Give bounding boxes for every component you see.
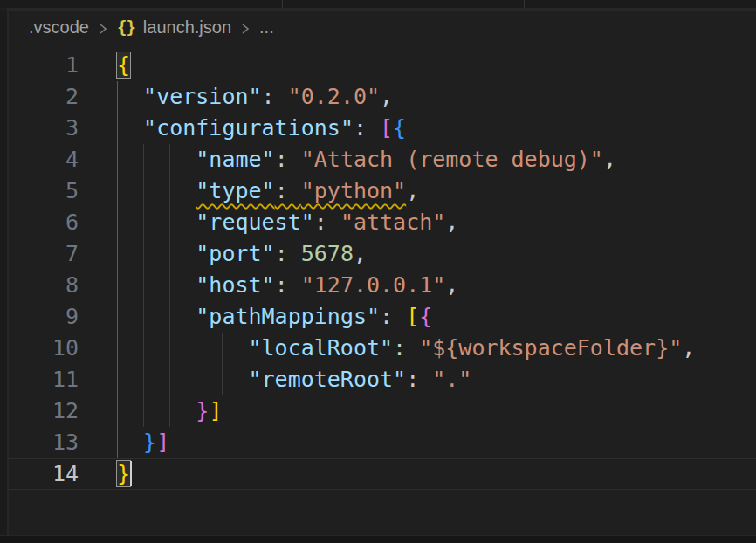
indent-guide (117, 270, 118, 301)
code-line-text[interactable]: }] (117, 395, 222, 427)
token-key: "name" (196, 147, 274, 172)
bracket-match: } (117, 461, 130, 486)
token-num: 5678 (301, 241, 354, 266)
token-b2: } (196, 398, 209, 423)
token-key: "type" (196, 178, 274, 203)
line-number[interactable]: 10 (9, 333, 79, 364)
code-line[interactable]: 7 "port": 5678, (9, 238, 756, 270)
code-line-text[interactable]: "type": "python", (117, 175, 419, 207)
token-pun: , (445, 272, 458, 298)
code-area[interactable]: 1{2 "version": "0.2.0",3 "configurations… (9, 50, 756, 490)
line-number[interactable]: 6 (9, 207, 79, 238)
code-line[interactable]: 12 }] (9, 395, 756, 427)
code-line[interactable]: 6 "request": "attach", (9, 207, 756, 238)
indent-spaces (117, 398, 196, 423)
code-line[interactable]: 10 "localRoot": "${workspaceFolder}", (9, 333, 756, 364)
code-line[interactable]: 2 "version": "0.2.0", (9, 81, 756, 113)
indent-guide (169, 238, 170, 270)
line-number[interactable]: 11 (9, 364, 79, 395)
indent-guide (117, 395, 118, 427)
line-number[interactable]: 9 (9, 301, 79, 333)
breadcrumb-item-folder[interactable]: .vscode (29, 17, 89, 38)
indent-spaces (117, 304, 196, 329)
line-number[interactable]: 14 (9, 458, 79, 490)
token-str: "0.2.0" (288, 84, 380, 109)
indent-guide (117, 81, 118, 113)
line-number[interactable]: 13 (9, 427, 79, 458)
code-line[interactable]: 14} (9, 458, 756, 490)
token-pun: : (275, 272, 301, 298)
code-line-text[interactable]: "port": 5678, (117, 238, 367, 270)
token-pun: : (275, 178, 301, 203)
indent-guide (169, 364, 170, 395)
sidebar-edge (0, 11, 7, 536)
code-line[interactable]: 1{ (9, 50, 756, 81)
text-cursor (130, 461, 132, 486)
token-b2: { (419, 304, 432, 329)
code-line-text[interactable]: "name": "Attach (remote debug)", (117, 144, 616, 175)
indent-guide (196, 364, 196, 395)
code-line[interactable]: 8 "host": "127.0.0.1", (9, 270, 756, 301)
token-pun: : (262, 84, 288, 109)
token-pun: , (406, 178, 419, 203)
code-line[interactable]: 13 }] (9, 427, 756, 458)
code-line-text[interactable]: "pathMappings": [{ (117, 301, 432, 333)
token-b2: [ (380, 115, 393, 141)
indent-spaces (117, 178, 196, 203)
token-b3: } (143, 430, 156, 455)
indent-guide (169, 395, 170, 427)
line-number[interactable]: 1 (9, 50, 79, 81)
panel-edge (0, 535, 756, 543)
indent-spaces (117, 335, 249, 361)
token-pun: , (603, 147, 616, 172)
token-key: "request" (196, 210, 313, 235)
indent-guide (143, 395, 144, 427)
token-str: "." (432, 367, 471, 392)
code-line-text[interactable]: "request": "attach", (117, 207, 458, 238)
indent-spaces (117, 241, 196, 266)
code-line[interactable]: 9 "pathMappings": [{ (9, 301, 756, 333)
line-number[interactable]: 7 (9, 238, 79, 270)
line-number[interactable]: 5 (9, 175, 79, 207)
indent-guide (169, 144, 170, 175)
code-line-text[interactable]: "localRoot": "${workspaceFolder}", (117, 333, 695, 364)
token-pun: : (393, 335, 419, 361)
line-number[interactable]: 2 (9, 81, 79, 113)
code-line-text[interactable]: "host": "127.0.0.1", (117, 270, 458, 301)
indent-spaces (117, 272, 196, 298)
token-b1: [ (406, 304, 419, 329)
indent-guide (143, 364, 144, 395)
indent-guide (143, 270, 144, 301)
code-line-text[interactable]: } (117, 458, 130, 490)
breadcrumb-item-more[interactable]: ... (259, 17, 274, 38)
token-str: "127.0.0.1" (301, 272, 446, 298)
line-number[interactable]: 4 (9, 144, 79, 175)
token-pun: , (682, 335, 695, 361)
indent-guide (143, 144, 144, 175)
code-line[interactable]: 3 "configurations": [{ (9, 113, 756, 144)
indent-guide (169, 301, 170, 333)
indent-guide (143, 238, 144, 270)
code-line-text[interactable]: }] (117, 427, 169, 458)
indent-guide (117, 427, 118, 458)
code-line[interactable]: 4 "name": "Attach (remote debug)", (9, 144, 756, 175)
token-str: "python" (301, 178, 406, 203)
token-pun: : (275, 241, 301, 266)
line-number[interactable]: 3 (9, 113, 79, 144)
line-number[interactable]: 8 (9, 270, 79, 301)
indent-spaces (117, 210, 196, 235)
indent-guide (117, 333, 118, 364)
code-line[interactable]: 11 "remoteRoot": "." (9, 364, 756, 395)
token-str: "Attach (remote debug)" (301, 147, 603, 172)
code-line-text[interactable]: { (117, 50, 130, 81)
token-pun: : (380, 304, 406, 329)
chevron-right-icon (97, 20, 109, 34)
code-line-text[interactable]: "remoteRoot": "." (117, 364, 471, 395)
breadcrumb-item-file[interactable]: launch.json (143, 17, 231, 38)
code-line-text[interactable]: "configurations": [{ (117, 113, 406, 144)
code-line-text[interactable]: "version": "0.2.0", (117, 81, 393, 113)
line-number[interactable]: 12 (9, 395, 79, 427)
token-key: "localRoot" (249, 335, 394, 361)
code-line[interactable]: 5 "type": "python", (9, 175, 756, 207)
indent-guide (143, 175, 144, 207)
